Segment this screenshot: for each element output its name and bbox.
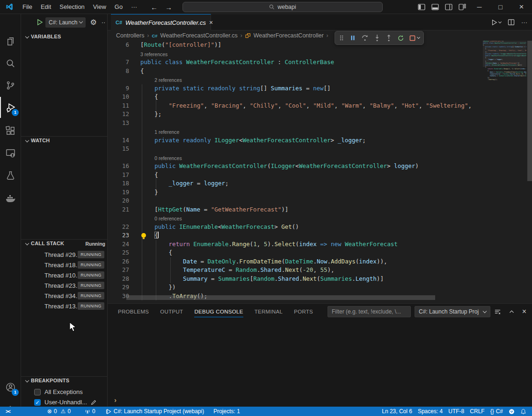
checkbox-checked[interactable]: ✓	[34, 399, 41, 406]
edit-pencil-icon[interactable]	[90, 399, 97, 406]
source-control-icon[interactable]	[0, 75, 21, 96]
line-number[interactable]: 17	[108, 171, 129, 180]
breadcrumb-file[interactable]: WeatherForecastController.cs	[160, 32, 238, 39]
debug-console-prompt[interactable]: ›	[114, 396, 117, 404]
ports-status[interactable]: 0	[82, 407, 98, 416]
call-stack-thread-row[interactable]: Thread #29...RUNNING	[21, 249, 107, 260]
codelens-row[interactable]: 3 references	[108, 50, 527, 58]
line-number[interactable]: 10	[108, 93, 129, 102]
line-number[interactable]	[108, 127, 129, 136]
projects-status[interactable]: Projects: 1	[211, 407, 243, 416]
stop-button[interactable]	[409, 35, 420, 41]
clear-console-icon[interactable]	[494, 308, 501, 315]
menu-selection[interactable]: Selection	[55, 2, 88, 12]
line-number[interactable]: 16	[108, 162, 129, 171]
toggle-sidebar-icon[interactable]	[418, 3, 425, 11]
line-number[interactable]: 8	[108, 67, 129, 76]
tab-weatherforecastcontroller[interactable]: C# WeatherForecastController.cs ×	[111, 14, 211, 30]
menu-go[interactable]: Go	[110, 2, 127, 12]
line-number[interactable]: 12	[108, 110, 129, 119]
vertical-scrollbar[interactable]	[527, 41, 532, 181]
problems-status[interactable]: ⊗ 0 ⚠ 0	[44, 407, 73, 416]
line-number[interactable]: 19	[108, 188, 129, 197]
line-number[interactable]: 6	[108, 41, 129, 50]
line-number[interactable]: 23	[108, 231, 129, 240]
notifications-bell-icon[interactable]	[517, 407, 529, 416]
step-out-icon[interactable]	[386, 34, 392, 42]
toggle-panel-icon[interactable]	[431, 3, 439, 11]
explorer-icon[interactable]	[0, 31, 21, 52]
call-stack-thread-row[interactable]: Thread #34...RUNNING	[21, 291, 107, 301]
line-number[interactable]: 27	[108, 266, 129, 275]
language-mode-status[interactable]: {} C#	[488, 407, 506, 416]
line-number[interactable]: 22	[108, 223, 129, 232]
line-number[interactable]: 28	[108, 275, 129, 284]
run-and-debug-icon[interactable]: 1	[0, 97, 21, 118]
debug-settings-gear-icon[interactable]: ⚙	[90, 18, 96, 27]
docker-icon[interactable]	[0, 188, 21, 209]
call-stack-thread-row[interactable]: Thread #10...RUNNING	[21, 270, 107, 280]
line-number[interactable]	[108, 50, 129, 58]
debug-console-filter-input[interactable]	[328, 306, 411, 317]
step-into-icon[interactable]	[374, 34, 380, 42]
debug-views-more-icon[interactable]: ··	[102, 19, 106, 26]
codelens-row[interactable]: 0 references	[108, 214, 527, 223]
lightbulb-icon[interactable]	[141, 233, 146, 238]
menu-edit[interactable]: Edit	[36, 2, 55, 12]
line-number[interactable]: 13	[108, 119, 129, 128]
panel-tab-output[interactable]: OUTPUT	[154, 304, 189, 320]
toolbar-drag-grip[interactable]	[339, 34, 344, 42]
run-or-debug-button[interactable]	[491, 19, 501, 26]
toggle-secondary-sidebar-icon[interactable]	[445, 3, 452, 11]
indentation-status[interactable]: Spaces: 4	[415, 407, 445, 416]
remote-indicator[interactable]: ><	[3, 407, 13, 416]
line-number[interactable]	[108, 153, 129, 162]
close-panel-icon[interactable]: ×	[522, 307, 526, 316]
panel-tab-debug-console[interactable]: DEBUG CONSOLE	[189, 304, 248, 320]
line-number[interactable]: 7	[108, 58, 129, 67]
history-back-icon[interactable]: ←	[151, 3, 158, 11]
remote-explorer-icon[interactable]	[0, 143, 21, 164]
watch-section-header[interactable]: WATCH	[26, 138, 50, 143]
panel-tab-terminal[interactable]: TERMINAL	[249, 304, 289, 320]
accounts-icon[interactable]: 1	[0, 377, 21, 398]
call-stack-thread-row[interactable]: Thread #23...RUNNING	[21, 280, 107, 291]
breakpoint-user-unhandled[interactable]: ✓ User-Unhandl...	[21, 397, 107, 407]
split-editor-icon[interactable]	[508, 19, 515, 26]
line-number[interactable]: 18	[108, 179, 129, 188]
menu-view[interactable]: View	[89, 2, 110, 12]
breakpoint-all-exceptions[interactable]: All Exceptions	[21, 387, 107, 397]
history-forward-icon[interactable]: →	[165, 3, 172, 11]
restart-icon[interactable]	[397, 35, 404, 42]
cursor-position-status[interactable]: Ln 23, Col 6	[379, 407, 415, 416]
launch-config-dropdown[interactable]: C#: Launch	[45, 17, 86, 28]
variables-section-header[interactable]: VARIABLES	[26, 34, 61, 39]
debug-session-dropdown[interactable]: C#: Launch Startup Proj	[415, 306, 490, 317]
code-editor[interactable]: 6[Route("[controller]")]3 references7pub…	[108, 41, 527, 303]
codelens-row[interactable]: 1 reference	[108, 127, 527, 136]
call-stack-thread-row[interactable]: Thread #18...RUNNING	[21, 260, 107, 270]
customize-layout-icon[interactable]	[459, 3, 466, 11]
line-number[interactable]: 21	[108, 205, 129, 214]
step-over-icon[interactable]	[361, 34, 369, 42]
call-stack-thread-row[interactable]: Thread #13...RUNNING	[21, 301, 107, 311]
start-debug-icon[interactable]	[36, 19, 43, 26]
line-number[interactable]: 15	[108, 145, 129, 153]
codelens-row[interactable]: 2 references	[108, 75, 527, 84]
line-number[interactable]: 24	[108, 240, 129, 249]
menu-file[interactable]: File	[18, 2, 36, 12]
debug-target-status[interactable]: C#: Launch Startup Project (webapi)	[103, 407, 207, 416]
eol-status[interactable]: CRLF	[467, 407, 487, 416]
line-number[interactable]	[108, 75, 129, 84]
checkbox-unchecked[interactable]	[34, 389, 41, 395]
panel-tab-problems[interactable]: PROBLEMS	[112, 304, 154, 320]
command-center-search[interactable]: webapi	[182, 2, 383, 12]
search-sidebar-icon[interactable]	[0, 53, 21, 74]
line-number[interactable]: 20	[108, 197, 129, 205]
maximize-panel-icon[interactable]	[509, 309, 515, 315]
line-number[interactable]: 26	[108, 257, 129, 266]
close-tab-icon[interactable]: ×	[209, 19, 213, 26]
call-stack-section-header[interactable]: CALL STACK Running	[26, 241, 105, 246]
minimize-button[interactable]: ─	[469, 0, 490, 14]
codelens-row[interactable]: 0 references	[108, 153, 527, 162]
